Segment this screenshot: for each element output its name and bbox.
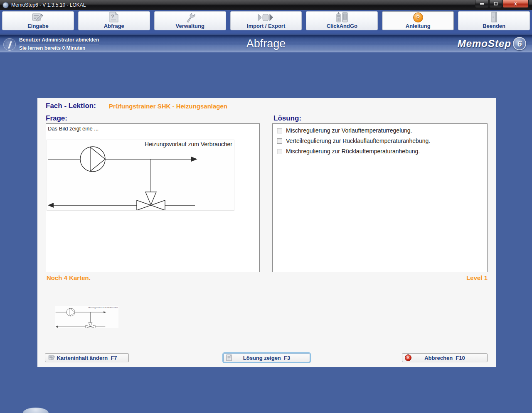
- cancel-red-icon: ✕: [405, 354, 411, 361]
- frage-label: Frage:: [46, 114, 67, 123]
- edit-note-icon: [32, 12, 44, 23]
- question-box: Das Bild zeigt eine ... Heizungsvorlauf …: [46, 123, 260, 272]
- door-exit-icon: [490, 11, 499, 23]
- answer-label: Mischregulierung zur Rücklauftemperatura…: [286, 148, 420, 154]
- answer-label: Verteilregulierung zur Rücklauflauftempe…: [286, 138, 430, 144]
- wrench-icon: [184, 11, 196, 23]
- help-question-icon: ?: [413, 12, 423, 23]
- app-icon: [2, 2, 9, 8]
- fach-lektion-label: Fach - Lektion:: [46, 102, 96, 110]
- window-controls: x: [475, 0, 529, 8]
- answer-label: Mischregulierung zur Vorlauftemperaturre…: [286, 128, 412, 133]
- answer-row[interactable]: Verteilregulierung zur Rücklauflauftempe…: [277, 138, 487, 144]
- cancel-button[interactable]: ✕ Abbrechen F10: [402, 353, 488, 362]
- logo-text: MemoStep: [458, 38, 511, 49]
- quiz-panel: Fach - Lektion: Prüfungstrainer SHK - He…: [37, 98, 496, 367]
- toolbar-label: Abfrage: [104, 23, 124, 29]
- toolbar-button-clickandgo[interactable]: ClickAndGo: [306, 11, 378, 30]
- toolbar-label: Eingabe: [27, 23, 49, 29]
- window-title: MemoStep6 - V 1.3.5.10 - LOKAL: [11, 2, 86, 8]
- cancel-label: Abbrechen F10: [424, 355, 465, 361]
- answer-row[interactable]: Mischregulierung zur Vorlauftemperaturre…: [277, 128, 487, 133]
- fach-lektion-value: Prüfungstrainer SHK - Heizungsanlagen: [109, 103, 227, 110]
- minimize-icon: [480, 3, 484, 5]
- toolbar-button-abfrage[interactable]: ? Abfrage: [78, 11, 150, 30]
- show-solution-label: Lösung zeigen F3: [243, 355, 290, 361]
- change-card-label: Karteninhalt ändern F7: [57, 355, 117, 361]
- toolbar-button-verwaltung[interactable]: Verwaltung: [154, 11, 226, 30]
- answer-checkbox[interactable]: [277, 138, 282, 144]
- minimize-button[interactable]: [475, 0, 489, 8]
- taskbar-peek-ellipse: [23, 408, 49, 413]
- toolbar-button-import-export[interactable]: Import / Export: [230, 11, 302, 30]
- cards-remaining-status: Noch 4 Karten.: [47, 274, 91, 281]
- question-text: Das Bild zeigt eine ...: [48, 125, 99, 132]
- solution-document-icon: [226, 354, 232, 361]
- toolbar-button-anleitung[interactable]: ? Anleitung: [382, 11, 454, 30]
- diagram-caption-thumb: Heizungsvorlauf zum Verbraucher: [89, 307, 118, 309]
- main-toolbar: Eingabe ? Abfrage Verwaltung: [0, 10, 532, 34]
- answer-row[interactable]: Mischregulierung zur Rücklauftemperatura…: [277, 148, 487, 154]
- level-badge: Level 1: [272, 274, 488, 281]
- close-icon: x: [514, 1, 517, 6]
- toolbar-label: ClickAndGo: [327, 23, 357, 29]
- page-title: Abfrage: [0, 35, 532, 52]
- question-diagram: Heizungsvorlauf zum Verbraucher: [47, 140, 234, 211]
- change-card-button[interactable]: Karteninhalt ändern F7: [45, 353, 129, 362]
- heating-schematic-svg: Heizungsvorlauf zum Verbraucher: [47, 140, 234, 210]
- mobile-devices-icon: [335, 11, 349, 23]
- answer-checkbox[interactable]: [277, 149, 282, 154]
- memostep-logo: MemoStep 6: [458, 37, 526, 50]
- svg-text:?: ?: [111, 13, 114, 20]
- query-document-icon: ?: [108, 11, 119, 23]
- edit-note-icon: [48, 354, 56, 361]
- page-header: Benutzer Administrator abmelden Sie lern…: [0, 35, 532, 52]
- toolbar-button-beenden[interactable]: Beenden: [458, 11, 530, 30]
- restore-button[interactable]: [489, 0, 502, 8]
- answer-checkbox[interactable]: [277, 128, 282, 133]
- toolbar-label: Verwaltung: [175, 23, 204, 29]
- title-bar: MemoStep6 - V 1.3.5.10 - LOKAL x: [0, 0, 532, 10]
- solution-box: Mischregulierung zur Vorlauftemperaturre…: [272, 123, 488, 272]
- heating-schematic-thumb-svg: Heizungsvorlauf zum Verbraucher: [55, 306, 118, 328]
- diagram-caption: Heizungsvorlauf zum Verbraucher: [145, 141, 232, 148]
- restore-icon: [494, 2, 498, 5]
- toolbar-label: Import / Export: [247, 23, 285, 29]
- show-solution-button[interactable]: Lösung zeigen F3: [223, 353, 310, 362]
- loesung-label: Lösung:: [273, 114, 301, 123]
- toolbar-label: Beenden: [483, 23, 505, 29]
- toolbar-label: Anleitung: [406, 23, 431, 29]
- import-export-icon: [257, 12, 275, 23]
- logo-number-badge: 6: [513, 37, 526, 50]
- close-button[interactable]: x: [502, 0, 529, 8]
- toolbar-button-eingabe[interactable]: Eingabe: [2, 11, 74, 30]
- card-thumbnail[interactable]: Heizungsvorlauf zum Verbraucher: [55, 306, 118, 328]
